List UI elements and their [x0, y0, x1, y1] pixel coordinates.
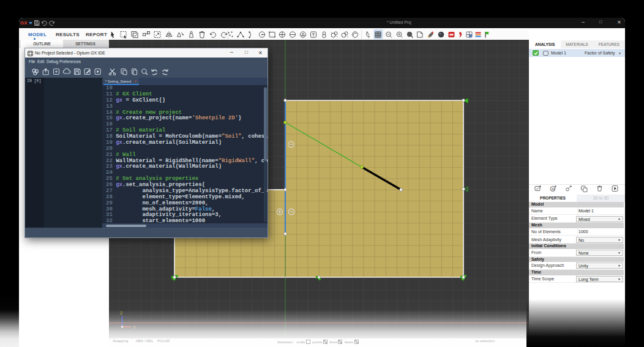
svg-text:M: M: [552, 187, 555, 191]
